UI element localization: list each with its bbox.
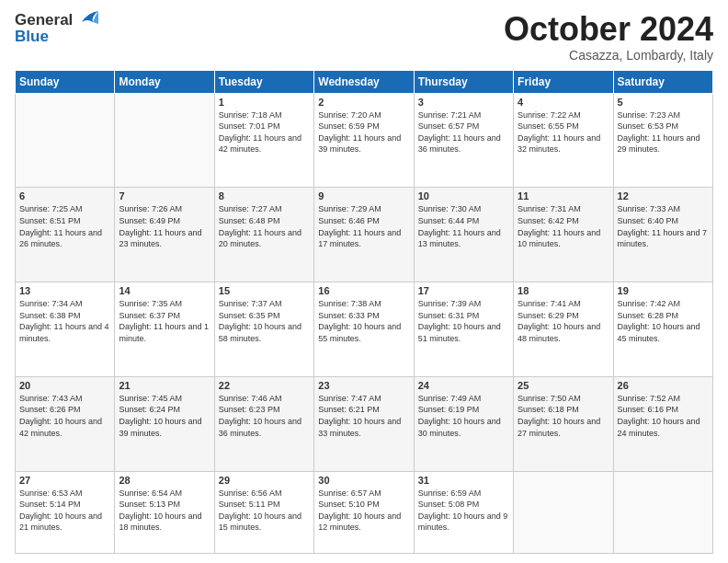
day-number: 6 — [19, 190, 110, 201]
day-info: Sunrise: 7:35 AM Sunset: 6:37 PM Dayligh… — [119, 298, 210, 344]
day-info: Sunrise: 7:47 AM Sunset: 6:21 PM Dayligh… — [318, 393, 409, 439]
day-number: 2 — [318, 97, 409, 108]
day-number: 16 — [318, 285, 409, 296]
calendar-header-friday: Friday — [514, 70, 613, 93]
calendar-header-wednesday: Wednesday — [314, 70, 414, 93]
calendar-cell: 19Sunrise: 7:42 AM Sunset: 6:28 PM Dayli… — [613, 282, 712, 377]
day-info: Sunrise: 7:42 AM Sunset: 6:28 PM Dayligh… — [618, 298, 709, 344]
calendar-header-row: SundayMondayTuesdayWednesdayThursdayFrid… — [16, 70, 713, 93]
day-number: 19 — [618, 285, 709, 296]
calendar-cell: 26Sunrise: 7:52 AM Sunset: 6:16 PM Dayli… — [613, 376, 712, 471]
calendar-cell: 28Sunrise: 6:54 AM Sunset: 5:13 PM Dayli… — [115, 471, 214, 553]
day-number: 4 — [518, 97, 609, 108]
calendar-cell: 29Sunrise: 6:56 AM Sunset: 5:11 PM Dayli… — [214, 471, 313, 553]
day-number: 31 — [418, 475, 509, 486]
day-info: Sunrise: 7:26 AM Sunset: 6:49 PM Dayligh… — [119, 203, 210, 249]
calendar-cell: 6Sunrise: 7:25 AM Sunset: 6:51 PM Daylig… — [16, 188, 115, 282]
calendar-cell: 31Sunrise: 6:59 AM Sunset: 5:08 PM Dayli… — [414, 471, 513, 553]
day-number: 21 — [119, 380, 210, 391]
day-info: Sunrise: 7:46 AM Sunset: 6:23 PM Dayligh… — [219, 393, 310, 439]
location-subtitle: Casazza, Lombardy, Italy — [504, 48, 713, 63]
day-number: 9 — [318, 190, 409, 201]
day-info: Sunrise: 6:56 AM Sunset: 5:11 PM Dayligh… — [219, 488, 310, 534]
logo-bird-icon — [74, 9, 98, 29]
day-info: Sunrise: 7:38 AM Sunset: 6:33 PM Dayligh… — [318, 298, 409, 344]
logo: General Blue — [15, 11, 98, 46]
day-info: Sunrise: 7:31 AM Sunset: 6:42 PM Dayligh… — [518, 203, 609, 249]
day-info: Sunrise: 7:20 AM Sunset: 6:59 PM Dayligh… — [318, 109, 409, 155]
day-info: Sunrise: 6:53 AM Sunset: 5:14 PM Dayligh… — [19, 488, 110, 534]
day-info: Sunrise: 7:23 AM Sunset: 6:53 PM Dayligh… — [618, 109, 709, 155]
day-info: Sunrise: 7:18 AM Sunset: 7:01 PM Dayligh… — [219, 109, 310, 155]
calendar-cell: 7Sunrise: 7:26 AM Sunset: 6:49 PM Daylig… — [115, 188, 214, 282]
day-number: 12 — [618, 190, 709, 201]
calendar-cell: 3Sunrise: 7:21 AM Sunset: 6:57 PM Daylig… — [414, 93, 513, 188]
day-number: 23 — [318, 380, 409, 391]
calendar-cell: 30Sunrise: 6:57 AM Sunset: 5:10 PM Dayli… — [314, 471, 414, 553]
calendar-cell: 12Sunrise: 7:33 AM Sunset: 6:40 PM Dayli… — [613, 188, 712, 282]
day-info: Sunrise: 6:57 AM Sunset: 5:10 PM Dayligh… — [318, 488, 409, 534]
day-info: Sunrise: 7:45 AM Sunset: 6:24 PM Dayligh… — [119, 393, 210, 439]
day-number: 22 — [219, 380, 310, 391]
calendar-cell: 23Sunrise: 7:47 AM Sunset: 6:21 PM Dayli… — [314, 376, 414, 471]
calendar-header-thursday: Thursday — [414, 70, 513, 93]
day-info: Sunrise: 7:43 AM Sunset: 6:26 PM Dayligh… — [19, 393, 110, 439]
header: General Blue October 2024 Casazza, Lomba… — [15, 11, 713, 63]
calendar-header-saturday: Saturday — [613, 70, 712, 93]
calendar-week-2: 6Sunrise: 7:25 AM Sunset: 6:51 PM Daylig… — [16, 188, 713, 282]
day-info: Sunrise: 7:22 AM Sunset: 6:55 PM Dayligh… — [518, 109, 609, 155]
calendar-cell: 25Sunrise: 7:50 AM Sunset: 6:18 PM Dayli… — [514, 376, 613, 471]
day-number: 25 — [518, 380, 609, 391]
day-number: 15 — [219, 285, 310, 296]
calendar-cell: 22Sunrise: 7:46 AM Sunset: 6:23 PM Dayli… — [214, 376, 313, 471]
day-number: 18 — [518, 285, 609, 296]
calendar-cell: 10Sunrise: 7:30 AM Sunset: 6:44 PM Dayli… — [414, 188, 513, 282]
calendar-table: SundayMondayTuesdayWednesdayThursdayFrid… — [15, 70, 713, 554]
day-number: 1 — [219, 97, 310, 108]
logo-general: General — [15, 11, 73, 29]
calendar-cell: 8Sunrise: 7:27 AM Sunset: 6:48 PM Daylig… — [214, 188, 313, 282]
calendar-cell: 17Sunrise: 7:39 AM Sunset: 6:31 PM Dayli… — [414, 282, 513, 377]
calendar-cell: 1Sunrise: 7:18 AM Sunset: 7:01 PM Daylig… — [214, 93, 313, 188]
day-info: Sunrise: 7:50 AM Sunset: 6:18 PM Dayligh… — [518, 393, 609, 439]
day-number: 20 — [19, 380, 110, 391]
calendar-cell — [514, 471, 613, 553]
day-number: 7 — [119, 190, 210, 201]
day-info: Sunrise: 7:33 AM Sunset: 6:40 PM Dayligh… — [618, 203, 709, 249]
calendar-cell: 15Sunrise: 7:37 AM Sunset: 6:35 PM Dayli… — [214, 282, 313, 377]
day-info: Sunrise: 7:25 AM Sunset: 6:51 PM Dayligh… — [19, 203, 110, 249]
calendar-week-4: 20Sunrise: 7:43 AM Sunset: 6:26 PM Dayli… — [16, 376, 713, 471]
day-number: 24 — [418, 380, 509, 391]
logo-blue: Blue — [15, 28, 98, 46]
day-number: 14 — [119, 285, 210, 296]
day-number: 28 — [119, 475, 210, 486]
day-info: Sunrise: 7:30 AM Sunset: 6:44 PM Dayligh… — [418, 203, 509, 249]
day-number: 17 — [418, 285, 509, 296]
title-block: October 2024 Casazza, Lombardy, Italy — [504, 11, 713, 63]
calendar-header-monday: Monday — [115, 70, 214, 93]
calendar-week-3: 13Sunrise: 7:34 AM Sunset: 6:38 PM Dayli… — [16, 282, 713, 377]
day-number: 30 — [318, 475, 409, 486]
calendar-week-5: 27Sunrise: 6:53 AM Sunset: 5:14 PM Dayli… — [16, 471, 713, 553]
calendar-cell: 14Sunrise: 7:35 AM Sunset: 6:37 PM Dayli… — [115, 282, 214, 377]
day-info: Sunrise: 7:49 AM Sunset: 6:19 PM Dayligh… — [418, 393, 509, 439]
calendar-cell: 13Sunrise: 7:34 AM Sunset: 6:38 PM Dayli… — [16, 282, 115, 377]
day-number: 29 — [219, 475, 310, 486]
day-number: 5 — [618, 97, 709, 108]
calendar-cell: 20Sunrise: 7:43 AM Sunset: 6:26 PM Dayli… — [16, 376, 115, 471]
day-info: Sunrise: 7:52 AM Sunset: 6:16 PM Dayligh… — [618, 393, 709, 439]
calendar-week-1: 1Sunrise: 7:18 AM Sunset: 7:01 PM Daylig… — [16, 93, 713, 188]
calendar-cell: 21Sunrise: 7:45 AM Sunset: 6:24 PM Dayli… — [115, 376, 214, 471]
day-info: Sunrise: 7:27 AM Sunset: 6:48 PM Dayligh… — [219, 203, 310, 249]
calendar-cell: 11Sunrise: 7:31 AM Sunset: 6:42 PM Dayli… — [514, 188, 613, 282]
calendar-cell: 24Sunrise: 7:49 AM Sunset: 6:19 PM Dayli… — [414, 376, 513, 471]
day-info: Sunrise: 7:21 AM Sunset: 6:57 PM Dayligh… — [418, 109, 509, 155]
day-number: 11 — [518, 190, 609, 201]
day-number: 26 — [618, 380, 709, 391]
calendar-cell: 2Sunrise: 7:20 AM Sunset: 6:59 PM Daylig… — [314, 93, 414, 188]
calendar-cell — [16, 93, 115, 188]
day-info: Sunrise: 7:37 AM Sunset: 6:35 PM Dayligh… — [219, 298, 310, 344]
calendar-header-sunday: Sunday — [16, 70, 115, 93]
day-info: Sunrise: 6:59 AM Sunset: 5:08 PM Dayligh… — [418, 488, 509, 534]
calendar-cell: 18Sunrise: 7:41 AM Sunset: 6:29 PM Dayli… — [514, 282, 613, 377]
